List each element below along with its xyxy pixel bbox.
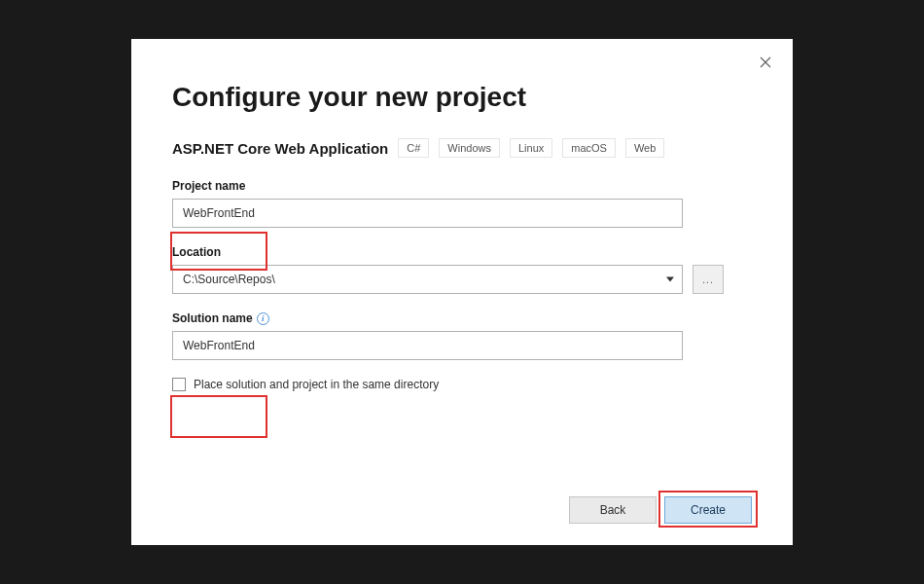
location-label: Location (172, 245, 752, 259)
tag-csharp: C# (398, 138, 429, 158)
configure-project-dialog: Configure your new project ASP.NET Core … (131, 39, 793, 545)
close-icon (760, 55, 771, 71)
info-icon[interactable]: i (257, 312, 269, 325)
project-name-input[interactable] (172, 199, 683, 228)
location-group: Location C:\Source\Repos\ ... (172, 245, 752, 294)
template-name: ASP.NET Core Web Application (172, 140, 388, 157)
same-directory-checkbox[interactable] (172, 378, 186, 391)
chevron-down-icon (666, 277, 674, 282)
close-button[interactable] (756, 53, 775, 72)
tag-windows: Windows (439, 138, 500, 158)
tag-macos: macOS (562, 138, 616, 158)
project-name-label: Project name (172, 179, 752, 193)
solution-name-input[interactable] (172, 331, 683, 360)
tag-linux: Linux (510, 138, 552, 158)
solution-name-group: Solution name i (172, 311, 752, 360)
location-select[interactable]: C:\Source\Repos\ (172, 265, 683, 294)
same-directory-row: Place solution and project in the same d… (172, 378, 752, 391)
template-row: ASP.NET Core Web Application C# Windows … (172, 138, 752, 158)
tag-web: Web (625, 138, 664, 158)
solution-name-label: Solution name i (172, 311, 752, 325)
location-value: C:\Source\Repos\ (183, 273, 275, 286)
back-button[interactable]: Back (569, 496, 657, 524)
create-button[interactable]: Create (664, 496, 752, 524)
dialog-button-row: Back Create (569, 496, 752, 524)
dialog-title: Configure your new project (172, 82, 752, 113)
highlight-solution-name (170, 395, 267, 438)
browse-button[interactable]: ... (693, 265, 724, 294)
project-name-group: Project name (172, 179, 752, 228)
same-directory-label: Place solution and project in the same d… (194, 378, 439, 391)
